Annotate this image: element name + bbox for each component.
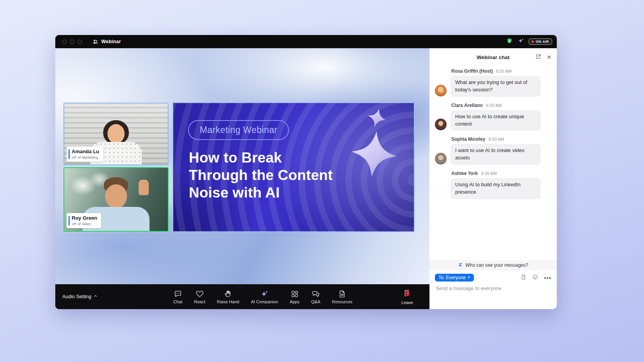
qa-bubbles-icon [311, 290, 320, 298]
chat-message: Ashlee York 9:20 AM Using AI to build my… [435, 171, 551, 199]
toolbar-item-raise-hand[interactable]: Raise Hand [217, 290, 239, 304]
ai-sparkle-icon [260, 290, 269, 298]
decorative-sparkle-icon [364, 105, 389, 130]
chat-bubble-icon [174, 290, 182, 298]
participant-title: VP of Sales [72, 222, 97, 226]
video-tile-amanda[interactable]: Amanda Lu VP of Marketing [63, 103, 169, 165]
chat-footer: Who can see your messages? To: Everyone … [429, 260, 557, 309]
window-close-button[interactable] [62, 40, 67, 44]
person-icon [458, 262, 463, 268]
chat-message: Clara Arellano 9:20 AM How to use AI to … [435, 103, 551, 131]
toolbar-item-react[interactable]: React [194, 290, 205, 304]
window-maximize-button[interactable] [78, 40, 82, 44]
chat-message: Sophia Mosiley 9:20 AM I want to use AI … [435, 136, 551, 165]
ai-companion-status-icon[interactable] [517, 38, 524, 46]
avatar [435, 85, 447, 96]
participants-icon [92, 38, 99, 45]
on-air-dot-icon [531, 40, 534, 43]
toolbar-item-resources[interactable]: Resources [332, 290, 352, 304]
slide-title: How to Break Through the Content Noise w… [189, 149, 333, 201]
raised-hand-icon [224, 290, 232, 298]
chevron-up-icon [93, 294, 98, 299]
chat-panel-title: Webinar chat [477, 54, 510, 60]
message-bubble: What are you trying to get out of today'… [450, 76, 541, 97]
toolbar-item-ai-companion[interactable]: AI Companion [251, 290, 278, 304]
leave-button[interactable]: Leave [401, 289, 429, 305]
decorative-sparkle-icon [348, 128, 400, 180]
participant-name: Amanda Lu [72, 149, 99, 155]
app-title: Webinar [101, 39, 121, 44]
slide-badge: Marketing Webinar [188, 120, 289, 140]
popout-icon[interactable] [535, 54, 541, 61]
video-tile-roy[interactable]: Roy Green VP of Sales [63, 167, 169, 232]
close-icon[interactable]: ✕ [547, 54, 551, 60]
message-time: 9:20 AM [496, 69, 512, 73]
shared-slide: Marketing Webinar How to Break Through t… [172, 102, 415, 232]
apps-grid-icon [290, 290, 299, 298]
chevron-down-icon: ▼ [467, 276, 470, 279]
document-icon [338, 290, 347, 298]
message-sender: Rosa Griffin (Host) [451, 68, 493, 74]
message-time: 9:20 AM [488, 137, 504, 142]
participant-title: VP of Marketing [72, 155, 99, 160]
nametag-roy: Roy Green VP of Sales [67, 213, 101, 228]
avatar [435, 187, 447, 199]
main-region: Amanda Lu VP of Marketing Roy Green VP o… [55, 48, 429, 309]
recipient-selector[interactable]: To: Everyone ▼ [435, 274, 474, 282]
window-minimize-button[interactable] [70, 40, 74, 44]
chat-message: Rosa Griffin (Host) 9:20 AM What are you… [435, 68, 551, 97]
window-controls [62, 40, 82, 44]
participant-name: Roy Green [72, 215, 97, 221]
on-air-badge: ON AIR [529, 38, 552, 45]
toolbar-item-apps[interactable]: Apps [290, 290, 299, 304]
audio-setting-button[interactable]: Audio Setting [55, 294, 143, 299]
message-time: 9:20 AM [481, 171, 496, 176]
chat-panel: Webinar chat ✕ Rosa Griffin (Host) 9:20 [429, 48, 557, 309]
message-time: 9:20 AM [486, 103, 501, 108]
chat-input[interactable]: Send a message to everyone [429, 283, 557, 309]
avatar [435, 119, 447, 130]
meeting-toolbar: Audio Setting Chat [55, 284, 429, 309]
more-options-icon[interactable]: ••• [544, 275, 551, 281]
toolbar-item-chat[interactable]: Chat [173, 290, 182, 304]
message-sender: Clara Arellano [451, 103, 483, 108]
heart-icon [195, 290, 204, 298]
avatar [435, 153, 447, 164]
video-stage: Amanda Lu VP of Marketing Roy Green VP o… [55, 48, 429, 284]
message-bubble: Using AI to build my LinkedIn presence [450, 178, 541, 199]
titlebar: Webinar [55, 35, 557, 48]
toolbar-item-qa[interactable]: Q&A [311, 290, 320, 304]
message-sender: Sophia Mosiley [451, 136, 485, 142]
nametag-amanda: Amanda Lu VP of Marketing [67, 147, 103, 162]
chat-header: Webinar chat ✕ [429, 48, 557, 66]
attach-file-icon[interactable] [521, 274, 526, 282]
privacy-note[interactable]: Who can see your messages? [429, 260, 557, 270]
chat-message-list[interactable]: Rosa Griffin (Host) 9:20 AM What are you… [429, 66, 557, 260]
message-bubble: How to use AI to create unique content [450, 110, 541, 131]
emoji-icon[interactable] [532, 274, 538, 282]
message-bubble: I want to use AI to create video assets [450, 144, 541, 165]
leave-door-icon [403, 289, 412, 299]
webinar-app-window: Webinar [55, 35, 557, 309]
security-shield-icon[interactable] [506, 38, 513, 46]
message-sender: Ashlee York [451, 171, 478, 176]
